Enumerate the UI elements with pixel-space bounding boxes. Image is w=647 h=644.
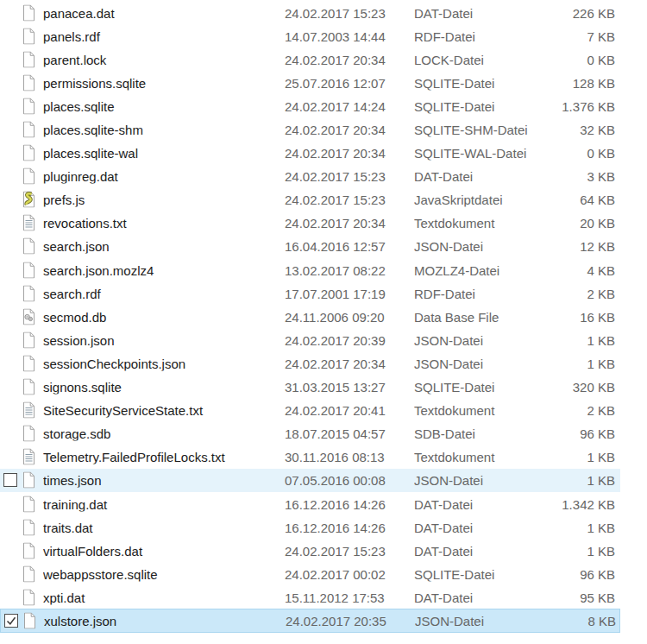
file-row[interactable]: virtualFolders.dat 24.02.2017 15:23 DAT-… (0, 539, 620, 562)
date-modified: 31.03.2015 13:27 (285, 380, 404, 395)
file-name: search.json (43, 239, 278, 254)
file-name: parent.lock (43, 52, 278, 66)
date-modified: 24.02.2017 20:34 (285, 123, 404, 137)
file-size: 1 KB (496, 520, 615, 534)
file-row[interactable]: search.rdf 17.07.2001 17:19 RDF-Datei 2 … (0, 281, 620, 305)
file-row[interactable]: Telemetry.FailedProfileLocks.txt 30.11.2… (0, 445, 620, 469)
date-modified: 24.02.2017 20:34 (285, 356, 404, 370)
file-row[interactable]: xulstore.json 24.02.2017 20:35 JSON-Date… (0, 609, 620, 632)
file-size: 1 KB (496, 332, 615, 347)
blank-file-icon (22, 28, 36, 44)
file-row[interactable]: parent.lock 24.02.2017 20:34 LOCK-Datei … (0, 47, 620, 71)
file-size: 1 KB (496, 543, 615, 558)
file-size: 1.342 KB (496, 496, 615, 511)
blank-file-icon (22, 612, 37, 628)
file-name: pluginreg.dat (43, 169, 278, 184)
blank-file-icon (22, 168, 36, 185)
file-name: search.rdf (43, 286, 278, 300)
file-size: 1 KB (496, 450, 615, 464)
blank-file-icon (22, 565, 36, 582)
file-row[interactable]: session.json 24.02.2017 20:39 JSON-Datei… (0, 328, 620, 351)
row-checkbox[interactable] (3, 473, 17, 487)
file-row[interactable]: search.json 16.04.2016 12:57 JSON-Datei … (0, 235, 620, 258)
file-row[interactable]: traits.dat 16.12.2016 14:26 DAT-Datei 1 … (0, 515, 620, 539)
checkmark-icon (5, 615, 17, 627)
file-row[interactable]: sessionCheckpoints.json 24.02.2017 20:34… (0, 351, 620, 375)
file-name: places.sqlite-wal (43, 146, 278, 161)
file-name: training.dat (43, 496, 278, 511)
file-size: 64 KB (496, 193, 615, 207)
file-row[interactable]: places.sqlite 24.02.2017 14:24 SQLITE-Da… (0, 94, 620, 117)
date-modified: 24.02.2017 20:39 (285, 332, 404, 347)
date-modified: 24.02.2017 20:34 (285, 216, 404, 230)
blank-file-icon (22, 98, 36, 114)
file-row[interactable]: pluginreg.dat 24.02.2017 15:23 DAT-Datei… (0, 165, 620, 188)
file-row[interactable]: panels.rdf 14.07.2003 14:44 RDF-Datei 7 … (0, 24, 620, 47)
file-row[interactable]: SiteSecurityServiceState.txt 24.02.2017 … (0, 399, 620, 422)
date-modified: 24.02.2017 15:23 (285, 169, 404, 184)
file-row[interactable]: secmod.db 24.11.2006 09:20 Data Base Fil… (0, 305, 620, 328)
file-name: search.json.mozlz4 (43, 262, 278, 277)
file-size: 7 KB (496, 28, 615, 43)
javascript-file-icon (22, 192, 36, 208)
file-size: 12 KB (496, 239, 615, 254)
file-row[interactable]: panacea.dat 24.02.2017 15:23 DAT-Datei 2… (0, 1, 620, 24)
date-modified: 24.02.2017 15:23 (285, 543, 404, 558)
date-modified: 24.02.2017 14:24 (285, 98, 404, 113)
blank-file-icon (22, 355, 36, 371)
date-modified: 16.12.2016 14:26 (285, 496, 404, 511)
blank-file-icon (22, 51, 36, 67)
date-modified: 24.02.2017 00:02 (285, 566, 404, 581)
date-modified: 24.11.2006 09:20 (285, 309, 404, 324)
file-name: xpti.dat (43, 590, 278, 604)
date-modified: 16.04.2016 12:57 (285, 239, 404, 254)
file-row[interactable]: permissions.sqlite 25.07.2016 12:07 SQLI… (0, 71, 620, 94)
file-name: webappsstore.sqlite (43, 566, 278, 581)
blank-file-icon (22, 122, 36, 138)
file-name: Telemetry.FailedProfileLocks.txt (43, 450, 278, 464)
file-name: times.json (43, 473, 278, 488)
file-name: traits.dat (43, 520, 278, 534)
blank-file-icon (22, 379, 36, 395)
date-modified: 24.02.2017 15:23 (285, 193, 404, 207)
file-row[interactable]: training.dat 16.12.2016 14:26 DAT-Datei … (0, 492, 620, 515)
file-row[interactable]: places.sqlite-shm 24.02.2017 20:34 SQLIT… (0, 117, 620, 141)
file-size: 2 KB (496, 403, 615, 418)
date-modified: 24.02.2017 20:35 (286, 613, 405, 628)
file-name: permissions.sqlite (43, 75, 278, 90)
file-name: revocations.txt (43, 216, 278, 230)
file-row[interactable]: webappsstore.sqlite 24.02.2017 00:02 SQL… (0, 562, 620, 585)
file-row[interactable]: signons.sqlite 31.03.2015 13:27 SQLITE-D… (0, 376, 620, 399)
file-size: 1 KB (496, 356, 615, 370)
blank-file-icon (22, 262, 36, 278)
date-modified: 18.07.2015 04:57 (285, 426, 404, 441)
file-name: places.sqlite-shm (43, 123, 278, 137)
file-row[interactable]: search.json.mozlz4 13.02.2017 08:22 MOZL… (0, 258, 620, 281)
row-checkbox[interactable] (4, 614, 18, 628)
file-name: virtualFolders.dat (43, 543, 278, 558)
blank-file-icon (22, 74, 36, 91)
file-name: secmod.db (43, 309, 278, 324)
file-name: xulstore.json (44, 613, 279, 628)
date-modified: 30.11.2016 08:13 (285, 450, 404, 464)
blank-file-icon (22, 331, 36, 348)
file-row[interactable]: xpti.dat 15.11.2012 17:53 DAT-Datei 95 K… (0, 585, 620, 609)
file-size: 95 KB (496, 590, 615, 604)
file-row[interactable]: times.json 07.05.2016 00:08 JSON-Datei 1… (0, 469, 620, 492)
file-size: 3 KB (496, 169, 615, 184)
blank-file-icon (22, 472, 36, 489)
file-size: 32 KB (496, 123, 615, 137)
blank-file-icon (22, 426, 36, 442)
file-row[interactable]: prefs.js 24.02.2017 15:23 JavaSkriptdate… (0, 188, 620, 212)
file-size: 320 KB (496, 380, 615, 395)
file-size: 226 KB (496, 5, 615, 20)
file-row[interactable]: places.sqlite-wal 24.02.2017 20:34 SQLIT… (0, 142, 620, 165)
text-document-icon (22, 449, 36, 465)
file-row[interactable]: storage.sdb 18.07.2015 04:57 SDB-Datei 9… (0, 422, 620, 445)
file-row[interactable]: revocations.txt 24.02.2017 20:34 Textdok… (0, 212, 620, 235)
file-name: SiteSecurityServiceState.txt (43, 403, 278, 418)
date-modified: 13.02.2017 08:22 (285, 262, 404, 277)
file-name: panacea.dat (43, 5, 278, 20)
database-file-icon (22, 308, 36, 325)
blank-file-icon (22, 4, 36, 21)
